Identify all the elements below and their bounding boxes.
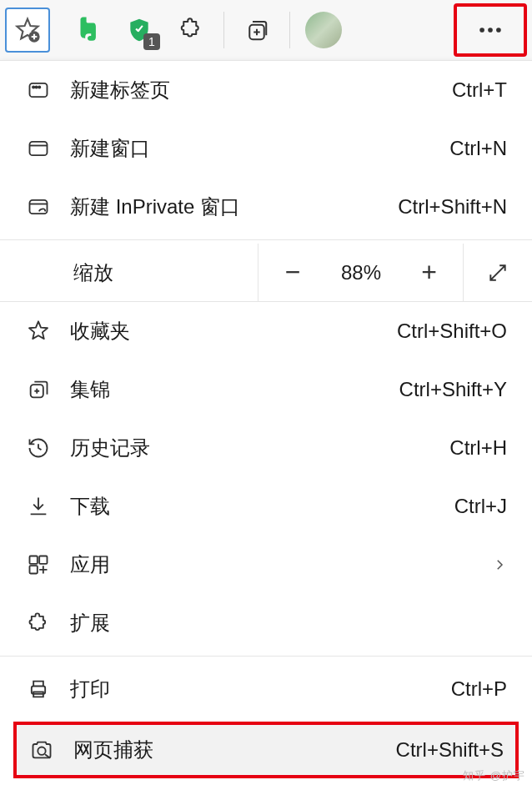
zoom-out-button[interactable]: − (258, 244, 327, 301)
collections-toolbar-button[interactable] (231, 7, 283, 53)
menu-divider (0, 656, 532, 657)
history-icon (25, 435, 52, 461)
shortcut-text: Ctrl+J (454, 495, 507, 518)
shortcut-text: Ctrl+Shift+N (398, 195, 507, 219)
shortcut-text: Ctrl+Shift+Y (399, 378, 507, 401)
svg-point-6 (33, 86, 34, 88)
zoom-control: 缩放 − 88% + (0, 244, 532, 302)
menu-label: 应用 (70, 551, 110, 578)
menu-item-downloads[interactable]: 下载 Ctrl+J (0, 477, 532, 536)
new-tab-icon (25, 77, 52, 103)
menu-label: 收藏夹 (70, 318, 130, 345)
menu-item-print[interactable]: 打印 Ctrl+P (0, 660, 532, 718)
menu-label: 新建窗口 (70, 135, 150, 162)
menu-label: 打印 (70, 676, 110, 702)
svg-point-16 (38, 747, 45, 755)
menu-item-apps[interactable]: 应用 (0, 536, 532, 594)
svg-point-4 (496, 28, 501, 33)
menu-label: 网页捕获 (73, 737, 153, 763)
extensions-button[interactable] (165, 7, 217, 53)
toolbar-separator (223, 12, 224, 48)
menu-item-web-capture[interactable]: 网页捕获 Ctrl+Shift+S (13, 722, 519, 778)
shortcut-text: Ctrl+N (449, 137, 507, 160)
menu-divider (0, 239, 532, 240)
print-icon (25, 676, 52, 702)
add-favorite-button[interactable] (5, 8, 50, 53)
zoom-label: 缩放 (0, 244, 258, 301)
shortcut-text: Ctrl+H (449, 436, 507, 460)
menu-label: 新建标签页 (70, 77, 170, 103)
svg-point-3 (488, 28, 493, 33)
svg-rect-10 (30, 200, 48, 214)
menu-item-new-tab[interactable]: 新建标签页 Ctrl+T (0, 61, 532, 119)
extension-badge: 1 (143, 33, 160, 50)
svg-point-7 (36, 86, 38, 88)
svg-point-8 (38, 86, 40, 88)
fullscreen-button[interactable] (464, 244, 532, 301)
profile-avatar[interactable] (305, 12, 342, 48)
inprivate-icon (25, 194, 52, 220)
svg-rect-14 (30, 566, 38, 573)
zoom-value: 88% (327, 244, 395, 301)
browser-toolbar: 1 (0, 0, 532, 60)
menu-item-history[interactable]: 历史记录 Ctrl+H (0, 419, 532, 477)
menu-item-favorites[interactable]: 收藏夹 Ctrl+Shift+O (0, 302, 532, 360)
watermark-text: 知乎 @护宇 (463, 768, 525, 783)
camera-icon (28, 737, 55, 763)
svg-rect-12 (30, 556, 38, 564)
puzzle-icon (25, 610, 52, 637)
menu-label: 新建 InPrivate 窗口 (70, 194, 240, 220)
adguard-extension-button[interactable]: 1 (113, 7, 165, 53)
new-window-icon (25, 135, 52, 162)
menu-item-collections[interactable]: 集锦 Ctrl+Shift+Y (0, 360, 532, 419)
menu-label: 下载 (70, 493, 110, 520)
toolbar-separator (289, 12, 290, 48)
shortcut-text: Ctrl+Shift+S (396, 738, 504, 762)
apps-icon (25, 551, 52, 578)
shortcut-text: Ctrl+T (452, 78, 507, 102)
star-icon (25, 318, 52, 345)
menu-item-extensions[interactable]: 扩展 (0, 594, 532, 652)
menu-item-inprivate[interactable]: 新建 InPrivate 窗口 Ctrl+Shift+N (0, 178, 532, 236)
svg-point-2 (479, 28, 484, 33)
shortcut-text: Ctrl+Shift+O (397, 320, 507, 343)
menu-label: 扩展 (70, 610, 110, 637)
menu-label: 历史记录 (70, 435, 150, 461)
more-menu-button[interactable] (454, 3, 527, 57)
menu-label: 集锦 (70, 376, 110, 403)
settings-menu: 新建标签页 Ctrl+T 新建窗口 Ctrl+N 新建 InPrivate 窗口… (0, 60, 532, 790)
menu-item-share[interactable]: 共享 (0, 782, 532, 790)
shortcut-text: Ctrl+P (451, 677, 507, 701)
svg-rect-5 (30, 83, 48, 97)
evernote-extension-button[interactable] (62, 7, 113, 53)
svg-rect-9 (30, 142, 48, 155)
collections-icon (25, 376, 52, 403)
chevron-right-icon (492, 557, 507, 572)
svg-rect-13 (39, 556, 47, 564)
download-icon (25, 493, 52, 520)
menu-item-new-window[interactable]: 新建窗口 Ctrl+N (0, 119, 532, 178)
zoom-in-button[interactable]: + (395, 244, 464, 301)
